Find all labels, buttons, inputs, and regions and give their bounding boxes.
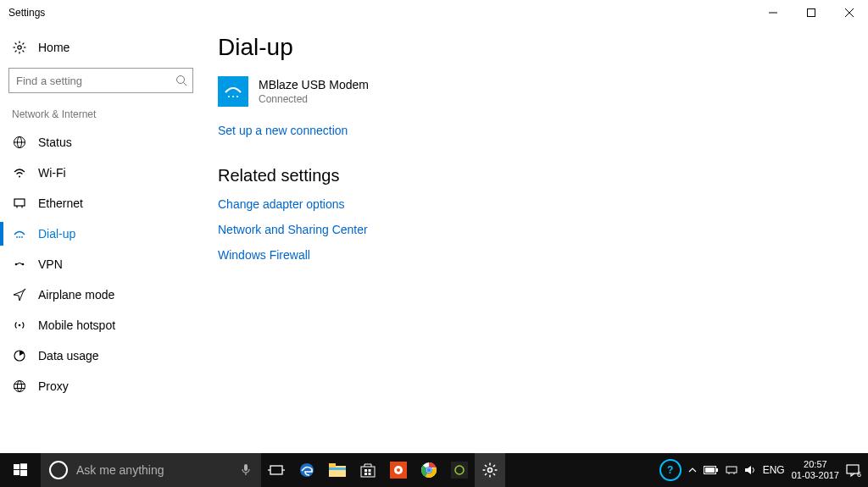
svg-rect-73: [716, 468, 718, 472]
svg-point-23: [19, 236, 20, 238]
sidebar-item-proxy[interactable]: Proxy: [8, 371, 199, 401]
setup-connection-link[interactable]: Set up a new connection: [218, 124, 868, 137]
link-windows-firewall[interactable]: Windows Firewall: [218, 248, 868, 262]
cortana-search[interactable]: Ask me anything: [41, 453, 261, 487]
sidebar-item-status[interactable]: Status: [8, 127, 199, 158]
windows-icon: [14, 463, 27, 477]
svg-line-10: [23, 51, 25, 53]
system-tray: ? ENG 20:57 01-03-2017 6: [659, 459, 868, 481]
hotspot-icon: [13, 318, 30, 332]
link-adapter-options[interactable]: Change adapter options: [218, 197, 868, 211]
svg-point-56: [397, 468, 400, 472]
clock[interactable]: 20:57 01-03-2017: [792, 459, 839, 481]
connection-item[interactable]: MBlaze USB Modem Connected: [218, 76, 868, 107]
maximize-button[interactable]: [792, 0, 830, 25]
svg-rect-50: [364, 469, 367, 472]
sidebar: Home Network & Internet Status Wi-Fi Eth…: [0, 25, 199, 453]
sidebar-item-datausage[interactable]: Data usage: [8, 340, 199, 371]
dialup-icon: [13, 227, 30, 241]
close-button[interactable]: [830, 0, 868, 25]
camera-icon: [451, 462, 468, 479]
svg-point-26: [22, 263, 25, 266]
maximize-icon: [807, 8, 815, 17]
link-sharing-center[interactable]: Network and Sharing Center: [218, 223, 868, 236]
svg-rect-51: [369, 469, 371, 472]
svg-rect-61: [451, 462, 468, 479]
battery-icon[interactable]: [704, 466, 719, 474]
cortana-icon: [49, 461, 68, 479]
search-input[interactable]: [14, 74, 175, 88]
ethernet-icon: [13, 196, 30, 210]
sidebar-item-label: Proxy: [38, 379, 69, 393]
start-button[interactable]: [0, 453, 41, 487]
sidebar-item-airplane[interactable]: Airplane mode: [8, 279, 199, 310]
app-icon: [390, 462, 407, 479]
sidebar-item-hotspot[interactable]: Mobile hotspot: [8, 310, 199, 340]
taskbar-chrome[interactable]: [414, 453, 444, 487]
svg-line-11: [15, 51, 17, 53]
svg-line-14: [184, 83, 187, 86]
svg-point-4: [18, 46, 21, 49]
svg-point-33: [228, 96, 230, 97]
svg-point-60: [427, 468, 431, 473]
volume-icon[interactable]: [744, 465, 756, 475]
sidebar-item-label: Mobile hotspot: [38, 318, 115, 332]
svg-point-24: [21, 236, 23, 238]
svg-rect-47: [329, 463, 336, 468]
svg-point-63: [488, 468, 492, 473]
task-view-icon: [268, 464, 285, 476]
svg-rect-1: [807, 9, 815, 17]
sidebar-item-vpn[interactable]: VPN: [8, 249, 199, 279]
help-icon[interactable]: ?: [659, 459, 682, 481]
sidebar-item-label: VPN: [38, 257, 63, 271]
minimize-button[interactable]: [754, 0, 792, 25]
sidebar-item-label: Data usage: [38, 349, 99, 362]
taskbar-settings[interactable]: [475, 453, 505, 487]
task-view-button[interactable]: [261, 453, 292, 487]
microphone-icon[interactable]: [241, 463, 251, 477]
svg-rect-19: [14, 199, 25, 206]
data-usage-icon: [13, 349, 30, 362]
taskbar-explorer[interactable]: [322, 453, 353, 487]
main-panel: Dial-up MBlaze USB Modem Connected Set u…: [199, 25, 868, 453]
cortana-placeholder: Ask me anything: [76, 463, 164, 477]
svg-point-18: [19, 176, 20, 178]
sidebar-item-ethernet[interactable]: Ethernet: [8, 188, 199, 219]
svg-line-12: [23, 43, 25, 45]
close-icon: [845, 8, 854, 17]
network-tray-icon[interactable]: [726, 465, 737, 475]
date-label: 01-03-2017: [792, 470, 839, 481]
sidebar-item-wifi[interactable]: Wi-Fi: [8, 158, 199, 188]
sidebar-item-label: Dial-up: [38, 227, 75, 241]
globe-icon: [13, 136, 30, 149]
language-indicator[interactable]: ENG: [763, 464, 785, 476]
taskbar-edge[interactable]: [292, 453, 322, 487]
svg-line-69: [493, 473, 495, 475]
svg-rect-53: [369, 473, 371, 475]
window-titlebar: Settings: [0, 0, 868, 25]
svg-rect-48: [329, 468, 346, 470]
svg-rect-38: [14, 470, 19, 475]
taskbar-app-1[interactable]: [383, 453, 414, 487]
svg-line-70: [485, 473, 487, 475]
taskbar-store[interactable]: [353, 453, 383, 487]
time-label: 20:57: [792, 459, 839, 470]
svg-point-27: [19, 324, 21, 327]
minimize-icon: [769, 8, 777, 17]
svg-line-68: [485, 465, 487, 467]
gear-white-icon: [482, 462, 498, 478]
window-title: Settings: [8, 7, 45, 19]
sidebar-item-dialup[interactable]: Dial-up: [8, 219, 199, 249]
sidebar-item-home[interactable]: Home: [8, 30, 199, 64]
svg-point-34: [232, 96, 234, 97]
svg-point-30: [18, 381, 22, 392]
sidebar-item-label: Status: [38, 136, 72, 149]
sidebar-item-label: Airplane mode: [38, 288, 114, 302]
home-label: Home: [38, 41, 70, 54]
action-center-icon[interactable]: 6: [846, 463, 860, 477]
proxy-icon: [13, 379, 30, 393]
tray-chevron-icon[interactable]: [688, 466, 697, 474]
search-box[interactable]: [8, 68, 193, 93]
svg-rect-42: [270, 466, 282, 474]
taskbar-app-2[interactable]: [444, 453, 475, 487]
